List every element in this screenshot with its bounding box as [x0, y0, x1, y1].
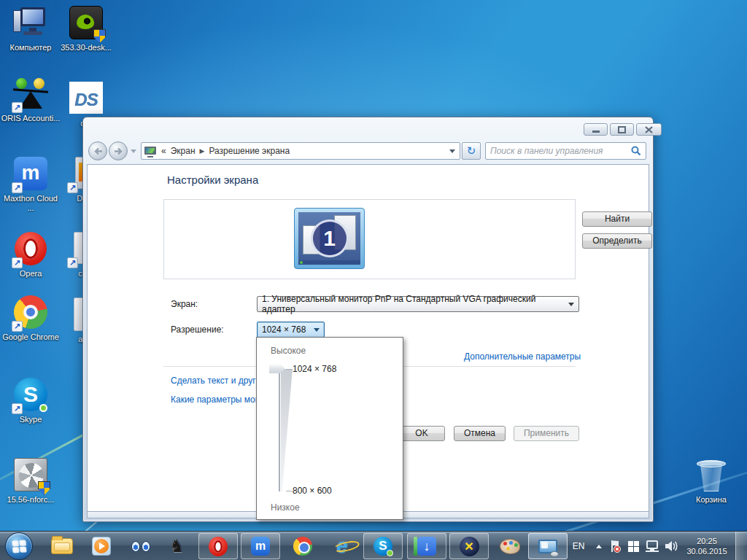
- scales-icon: ↗: [13, 77, 48, 112]
- identify-button[interactable]: Определить: [582, 233, 652, 249]
- monitor-params-link[interactable]: Какие параметры мон: [171, 394, 260, 405]
- desktop-icon-recycle-bin[interactable]: Корзина: [681, 458, 742, 505]
- taskbar-skype-button[interactable]: S: [363, 533, 403, 559]
- desktop-icon-maxthon[interactable]: m ↗ Maxthon Cloud ...: [0, 157, 61, 213]
- computer-icon: [13, 6, 48, 41]
- desktop-icon-skype[interactable]: S ↗ Skype: [0, 378, 61, 424]
- breadcrumb-separator-icon[interactable]: ▶: [198, 147, 206, 155]
- chevron-down-icon: [314, 328, 320, 332]
- resolution-select[interactable]: 747 × 560: [257, 322, 325, 338]
- clock[interactable]: 20:25 30.06.2015: [681, 532, 732, 560]
- text-size-link[interactable]: Сделать текст и другие: [171, 376, 266, 386]
- taskbar-eyes-app-button[interactable]: [124, 533, 158, 559]
- action-center-icon[interactable]: [607, 532, 623, 560]
- apply-button-disabled: Применить: [514, 426, 579, 441]
- maximize-button[interactable]: [610, 123, 634, 136]
- desktop-icon-label: 15.56-nforc...: [0, 495, 61, 505]
- minimize-icon: [592, 126, 600, 133]
- taskbar-explorer-button[interactable]: [45, 533, 79, 559]
- chevron-up-icon: [596, 545, 602, 548]
- desktop-icon-label: Maxthon Cloud ...: [0, 194, 61, 213]
- minimize-button[interactable]: [584, 123, 608, 136]
- show-desktop-button[interactable]: [735, 532, 747, 560]
- display-location-icon: [144, 147, 156, 156]
- taskbar-ie-button[interactable]: e: [325, 533, 359, 559]
- forward-button[interactable]: [109, 141, 128, 160]
- desktop-icon-computer[interactable]: Компьютер: [0, 6, 61, 52]
- desktop-icon-label: Opera: [0, 269, 61, 279]
- chrome-icon: [293, 537, 312, 556]
- desktop-icon-google-chrome[interactable]: ↗ Google Chrome: [0, 295, 61, 342]
- recent-pages-dropdown-icon[interactable]: [131, 149, 136, 153]
- address-bar[interactable]: « Экран ▶ Разрешение экрана: [141, 142, 460, 160]
- ds-logo-icon: DS: [69, 82, 104, 117]
- taskbar-download-manager-button[interactable]: ↓: [407, 533, 446, 559]
- taskbar-x-app-button[interactable]: ✕: [449, 533, 489, 559]
- get-windows10-icon[interactable]: [624, 532, 642, 560]
- shortcut-arrow-icon: ↗: [12, 257, 23, 268]
- resolution-option-747x560[interactable]: 747 × 560: [293, 364, 336, 374]
- slider-gradient-wedge: [281, 369, 293, 491]
- skype-icon: S ↗: [13, 378, 48, 413]
- desktop-icon-nvidia[interactable]: 353.30-desk...: [55, 6, 117, 52]
- slider-track[interactable]: [279, 369, 280, 491]
- breadcrumb-screen[interactable]: Экран: [168, 144, 198, 158]
- start-button[interactable]: [5, 532, 33, 560]
- monitor-preview[interactable]: 1: [294, 208, 365, 269]
- shortcut-arrow-icon: ↗: [12, 403, 23, 414]
- desktop-icon-label: Корзина: [681, 495, 742, 505]
- breadcrumb-resolution[interactable]: Разрешение экрана: [206, 144, 293, 158]
- shortcut-arrow-icon: ↗: [67, 257, 78, 268]
- address-dropdown-button[interactable]: [446, 144, 458, 158]
- internet-explorer-icon: e: [336, 535, 347, 558]
- slider-low-label: Низкое: [271, 502, 300, 513]
- desktop-icon-label: ORIS Accounti...: [0, 114, 61, 123]
- show-hidden-icons-button[interactable]: [592, 532, 605, 560]
- taskbar-maxthon-button[interactable]: m: [241, 533, 280, 559]
- recycle-bin-icon: [694, 458, 729, 493]
- slider-high-label: Высокое: [271, 346, 306, 356]
- refresh-button[interactable]: ↻: [462, 142, 481, 160]
- search-input[interactable]: [490, 146, 631, 156]
- media-player-icon: [92, 537, 111, 556]
- nforce-installer-icon: [13, 458, 48, 493]
- monitor-number-badge: 1: [311, 219, 349, 257]
- forward-arrow-icon: [114, 147, 123, 155]
- desktop-icon-label: Skype: [0, 415, 61, 424]
- cancel-button[interactable]: Отмена: [454, 426, 506, 441]
- ok-button[interactable]: OK: [398, 426, 445, 441]
- taskbar-chess-app-button[interactable]: ♞: [160, 533, 194, 559]
- windows-logo-icon: [12, 540, 26, 553]
- resolution-dropdown-panel: Высокое 747 × 560 800 × 600 Низкое: [256, 337, 403, 520]
- taskbar-chrome-button[interactable]: [286, 533, 320, 559]
- x-orb-icon: ✕: [460, 537, 479, 556]
- taskbar-opera-button[interactable]: [198, 533, 238, 559]
- network-icon[interactable]: [643, 532, 661, 560]
- close-button[interactable]: [636, 123, 662, 136]
- opera-icon: [209, 537, 228, 556]
- back-button[interactable]: [88, 141, 107, 160]
- taskbar-paint-button[interactable]: [493, 533, 527, 559]
- screen-select[interactable]: 1. Универсальный монитор PnP на Стандарт…: [257, 296, 579, 312]
- search-box[interactable]: [485, 142, 646, 160]
- display-settings-icon: [538, 540, 557, 553]
- desktop-icon-opera[interactable]: ↗ Opera: [0, 232, 61, 279]
- tray-time: 20:25: [697, 536, 717, 546]
- maxthon-icon: m: [251, 537, 270, 556]
- shortcut-arrow-icon: ↗: [67, 182, 78, 193]
- find-button[interactable]: Найти: [582, 211, 652, 227]
- desktop-icon-oris[interactable]: ↗ ORIS Accounti...: [0, 77, 61, 123]
- taskbar-display-settings-button-active[interactable]: [528, 533, 568, 559]
- desktop-icon-nforce[interactable]: 15.56-nforc...: [0, 458, 61, 505]
- monitor-preview-box: 1 Найти Определить: [163, 199, 576, 279]
- advanced-settings-link[interactable]: Дополнительные параметры: [464, 351, 581, 362]
- resolution-option-800x600[interactable]: 800 × 600: [293, 486, 332, 496]
- breadcrumb-chevrons[interactable]: «: [160, 146, 168, 156]
- taskbar: ♞ m e S ↓ ✕ EN 20:2: [0, 531, 747, 560]
- close-icon: [645, 126, 653, 133]
- language-indicator[interactable]: EN: [566, 532, 591, 560]
- chevron-down-icon: [568, 303, 574, 306]
- slider-tick: [286, 369, 293, 370]
- taskbar-media-player-button[interactable]: [85, 533, 118, 559]
- volume-icon[interactable]: [662, 532, 680, 560]
